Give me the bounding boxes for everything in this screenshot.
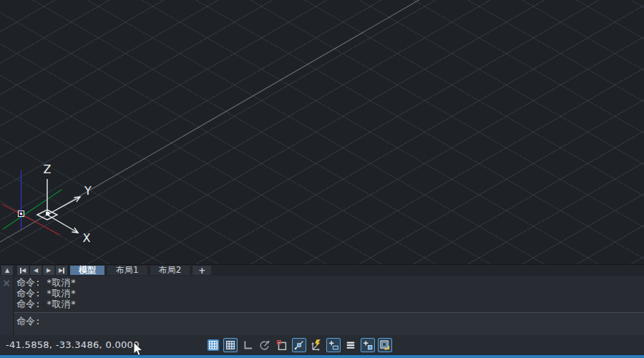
command-prompt: 命令: xyxy=(14,315,644,327)
lineweight-icon xyxy=(344,338,357,352)
annotation-scale-toggle[interactable] xyxy=(361,338,375,352)
next-tab-icon: ▶ xyxy=(47,268,51,274)
object-snap-toggle[interactable] xyxy=(275,338,289,352)
close-icon[interactable]: × xyxy=(0,277,13,289)
annotation-visibility-icon xyxy=(379,339,391,352)
tab-model[interactable]: 模型 xyxy=(70,266,104,275)
next-tab-button[interactable]: ▶ xyxy=(43,266,54,275)
collapse-command-panel-button[interactable]: ▲ xyxy=(1,266,13,275)
object-snap-icon xyxy=(275,338,288,352)
tab-model-label: 模型 xyxy=(79,264,96,276)
command-history-line: 命令: *取消* xyxy=(14,299,644,309)
dynamic-input-toggle[interactable] xyxy=(309,338,323,352)
tab-layout1-label: 布局1 xyxy=(116,264,139,276)
annotation-scale-icon xyxy=(361,339,374,352)
ucs-z-label: Z xyxy=(44,163,52,176)
selection-cycling-toggle[interactable] xyxy=(326,338,341,352)
lineweight-display-toggle[interactable] xyxy=(343,338,358,352)
command-line-panel: × 命令: *取消* 命令: *取消* 命令: *取消* 命令: xyxy=(0,276,644,335)
ucs-x-label: X xyxy=(83,231,91,245)
collapse-icon: ▲ xyxy=(5,268,9,274)
tab-layout1[interactable]: 布局1 xyxy=(107,266,147,275)
coordinates-readout[interactable]: -41.5858, -33.3486, 0.0000 xyxy=(6,335,140,354)
selection-cycling-icon xyxy=(327,339,340,352)
plus-icon: + xyxy=(198,266,205,276)
object-snap-tracking-toggle[interactable] xyxy=(292,338,306,352)
snap-grid-icon xyxy=(224,339,237,352)
previous-tab-icon: ◀ xyxy=(34,268,38,274)
annotation-visibility-toggle[interactable] xyxy=(378,338,392,352)
command-history: 命令: *取消* 命令: *取消* 命令: *取消* xyxy=(14,277,644,309)
last-tab-icon xyxy=(63,268,64,274)
last-tab-button[interactable]: ▶ xyxy=(56,266,67,275)
snap-mode-toggle[interactable] xyxy=(223,338,238,352)
mouse-cursor xyxy=(132,342,144,358)
command-input-row[interactable]: 命令: xyxy=(14,312,644,335)
drawing-viewport[interactable]: Z Y X xyxy=(0,0,644,264)
new-layout-tab-button[interactable]: + xyxy=(192,266,211,275)
command-panel-gutter: × xyxy=(0,276,14,335)
command-history-line: 命令: *取消* xyxy=(14,277,644,288)
polar-tracking-toggle[interactable] xyxy=(258,338,272,352)
cad-application-window: Z Y X ▲ ◀ ◀ ▶ ▶ 模型 布局1 布局2 xyxy=(0,0,644,358)
layout-tab-bar: ▲ ◀ ◀ ▶ ▶ 模型 布局1 布局2 + xyxy=(0,264,644,276)
tab-layout2-label: 布局2 xyxy=(159,264,182,276)
object-snap-tracking-icon xyxy=(293,339,306,352)
grid-icon xyxy=(207,338,220,352)
ortho-icon xyxy=(241,338,254,352)
window-bottom-edge xyxy=(0,354,644,358)
status-toggle-icons xyxy=(206,337,392,352)
previous-tab-button[interactable]: ◀ xyxy=(30,266,42,275)
ortho-mode-toggle[interactable] xyxy=(240,338,255,352)
polar-tracking-icon xyxy=(258,338,271,352)
first-tab-button[interactable]: ◀ xyxy=(17,266,29,275)
ucs-y-label: Y xyxy=(84,184,92,198)
dynamic-input-icon xyxy=(310,338,323,352)
tab-layout2[interactable]: 布局2 xyxy=(150,266,190,275)
ucs-icon: Z Y X xyxy=(6,159,99,248)
status-bar: -41.5858, -33.3486, 0.0000 xyxy=(0,335,644,354)
grid-display-toggle[interactable] xyxy=(206,338,220,352)
command-history-line: 命令: *取消* xyxy=(14,288,644,299)
